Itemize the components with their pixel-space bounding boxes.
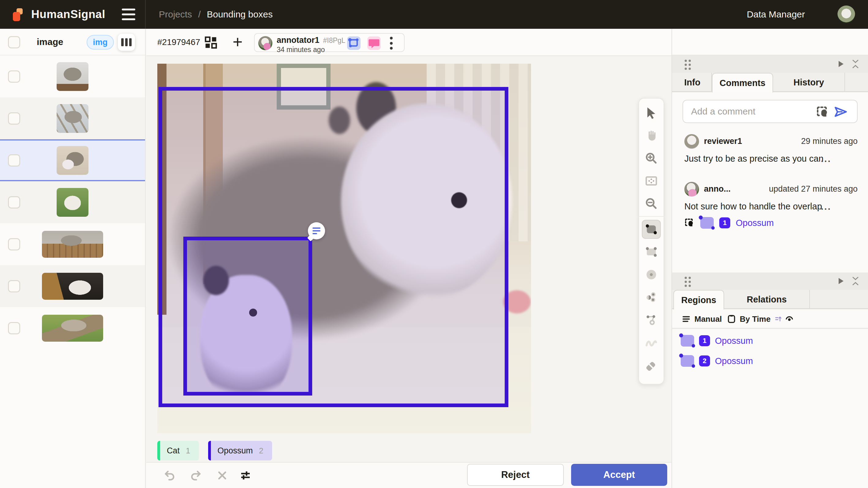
task-thumbnail[interactable] <box>42 273 103 300</box>
task-thumbnail[interactable] <box>57 104 89 133</box>
attach-region-icon[interactable] <box>816 105 830 119</box>
task-checkbox[interactable] <box>8 154 20 166</box>
cursor-tool-icon[interactable] <box>639 102 664 124</box>
accept-button[interactable]: Accept <box>571 464 667 486</box>
label-color-bar <box>157 441 160 460</box>
grid-view-icon[interactable] <box>205 36 217 49</box>
brush-tool-icon[interactable] <box>639 331 664 354</box>
comment-menu-icon[interactable]: ... <box>821 154 831 164</box>
tab-info[interactable]: Info <box>673 73 712 92</box>
drag-handle-icon[interactable] <box>684 276 692 287</box>
polygon-tool-icon[interactable] <box>639 309 664 331</box>
settings-sliders-icon[interactable] <box>237 467 254 484</box>
tab-comments[interactable]: Comments <box>712 73 773 92</box>
comment-time: updated 27 minutes ago <box>769 184 858 194</box>
label-chip-opossum[interactable]: Opossum 2 <box>208 441 272 460</box>
task-checkbox[interactable] <box>8 238 20 250</box>
task-checkbox[interactable] <box>8 322 20 334</box>
kebab-menu-icon[interactable] <box>389 37 394 50</box>
tool-palette <box>639 98 664 385</box>
group-by-label: Manual <box>694 314 722 324</box>
zoom-out-icon[interactable] <box>639 192 664 215</box>
drag-handle-icon[interactable] <box>684 59 692 70</box>
group-by-control[interactable]: Manual <box>682 309 722 329</box>
task-row[interactable] <box>0 223 145 265</box>
hamburger-menu-icon[interactable] <box>122 8 136 20</box>
task-id: #21979467 <box>157 37 200 47</box>
bottom-action-bar: Reject Accept <box>146 463 672 488</box>
brand-name: HumanSignal <box>31 8 105 21</box>
ellipse-tool-icon[interactable] <box>639 263 664 286</box>
commenter-avatar <box>684 134 699 149</box>
tool-divider <box>639 216 664 217</box>
task-image[interactable] <box>157 64 531 433</box>
columns-icon[interactable] <box>118 34 135 51</box>
expand-play-icon[interactable] <box>839 278 843 284</box>
eraser-tool-icon[interactable] <box>639 354 664 376</box>
panel-top-strip <box>672 29 868 55</box>
send-icon[interactable] <box>834 105 848 119</box>
topbar-divider <box>145 0 146 29</box>
label-hotkey: 2 <box>259 446 263 456</box>
breadcrumb-projects[interactable]: Projects <box>159 9 192 20</box>
region-number-badge: 1 <box>719 217 730 228</box>
label-chip-cat[interactable]: Cat 1 <box>157 441 199 460</box>
select-all-checkbox[interactable] <box>8 36 20 49</box>
task-row[interactable] <box>0 97 145 139</box>
topbar: HumanSignal Projects / Bounding boxes Da… <box>0 0 868 29</box>
task-checkbox[interactable] <box>8 112 20 125</box>
task-thumbnail[interactable] <box>57 188 89 217</box>
annotation-canvas: Cat 1 Opossum 2 Reject <box>146 57 672 488</box>
annotator-info: annotator1#I8PgL 34 minutes ago <box>277 35 345 54</box>
task-thumbnail[interactable] <box>42 315 103 342</box>
zoom-in-icon[interactable] <box>639 147 664 170</box>
region-row[interactable]: 1 Opossum <box>681 333 753 348</box>
tab-history[interactable]: History <box>773 73 845 92</box>
task-thumbnail[interactable] <box>42 231 103 258</box>
region-label: Opossum <box>715 356 753 366</box>
comment-input[interactable] <box>691 103 807 120</box>
task-row[interactable] <box>0 181 145 223</box>
visibility-icon[interactable] <box>785 309 794 329</box>
bounding-box-region-2[interactable] <box>183 237 312 396</box>
expand-play-icon[interactable] <box>839 61 843 67</box>
task-thumbnail[interactable] <box>57 62 89 91</box>
comment-input-wrap <box>683 100 858 123</box>
label-chips: Cat 1 Opossum 2 <box>157 441 272 460</box>
task-checkbox[interactable] <box>8 196 20 209</box>
comment-region-link[interactable]: 1 Opossum <box>684 216 774 230</box>
region-count-icon[interactable] <box>347 36 361 50</box>
task-thumbnail[interactable] <box>57 146 89 175</box>
undo-icon[interactable] <box>161 467 178 484</box>
user-avatar[interactable] <box>837 5 855 23</box>
region-row[interactable]: 2 Opossum <box>681 354 753 368</box>
task-row[interactable] <box>0 307 145 349</box>
task-row[interactable] <box>0 55 145 97</box>
rectangle-tool-icon[interactable] <box>639 218 664 241</box>
collapse-icon[interactable] <box>851 276 860 286</box>
pan-tool-icon[interactable] <box>639 124 664 147</box>
region-number-badge: 2 <box>699 356 710 366</box>
redo-icon[interactable] <box>187 467 205 484</box>
keypoints-tool-icon[interactable] <box>639 286 664 309</box>
tab-relations[interactable]: Relations <box>724 290 810 309</box>
task-checkbox[interactable] <box>8 70 20 83</box>
collapse-icon[interactable] <box>851 59 860 69</box>
task-checkbox[interactable] <box>8 280 20 293</box>
comment-count-icon[interactable] <box>367 36 381 50</box>
data-manager-link[interactable]: Data Manager <box>747 0 805 29</box>
column-type-badge[interactable]: img <box>87 35 114 50</box>
task-row[interactable] <box>0 265 145 307</box>
task-row-selected[interactable] <box>0 139 145 181</box>
fit-screen-icon[interactable] <box>639 170 664 192</box>
annotator-name: annotator1 <box>277 35 319 45</box>
comment-menu-icon[interactable]: ... <box>821 202 831 212</box>
rectangle-3point-tool-icon[interactable] <box>639 241 664 263</box>
comment-bubble-icon[interactable] <box>308 222 325 239</box>
annotation-card[interactable]: annotator1#I8PgL 34 minutes ago <box>254 33 405 52</box>
tab-regions[interactable]: Regions <box>673 290 724 309</box>
reject-button[interactable]: Reject <box>467 464 564 486</box>
order-by-control[interactable]: By Time <box>727 309 782 329</box>
add-icon[interactable]: + <box>232 31 243 53</box>
clear-icon[interactable] <box>214 467 231 484</box>
